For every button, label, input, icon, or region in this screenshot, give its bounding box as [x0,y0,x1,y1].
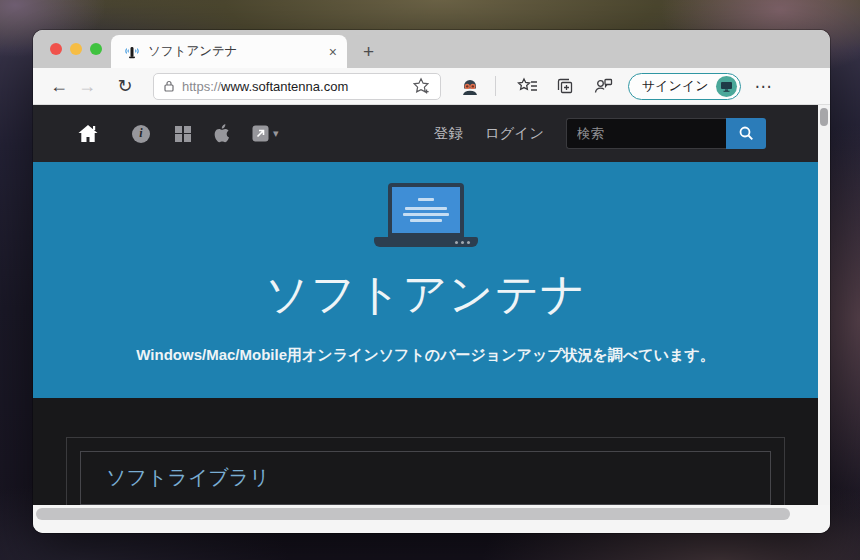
login-link[interactable]: ログイン [485,124,544,143]
site-subtitle: Windows/Mac/Mobile用オンラインソフトのバージョンアップ状況を調… [136,346,714,365]
home-icon[interactable] [77,124,99,143]
close-window-button[interactable] [50,43,62,55]
extension-avatar-icon[interactable] [457,73,483,99]
horizontal-scrollbar[interactable] [33,505,830,533]
profile-monitor-icon [716,76,737,97]
site-search [566,118,766,149]
favorites-list-icon[interactable] [514,73,540,99]
vertical-scrollbar[interactable] [818,105,830,505]
search-icon [738,125,755,142]
search-button[interactable] [726,118,766,149]
sign-in-button[interactable]: サインイン [628,73,741,100]
site-favicon-antenna-icon [124,44,140,60]
sign-in-label: サインイン [642,77,709,95]
hero-banner: ソフトアンテナ Windows/Mac/Mobile用オンラインソフトのバージョ… [33,162,818,398]
external-link-icon[interactable] [252,125,269,142]
windows-icon[interactable] [175,126,191,142]
vertical-scrollbar-thumb[interactable] [820,108,828,126]
info-icon[interactable]: i [132,125,150,143]
lock-icon [163,79,175,93]
browser-toolbar: ← → ↻ https://www.softantenna.com [33,68,830,105]
page-viewport: i [33,105,830,505]
zoom-window-button[interactable] [90,43,102,55]
tab-bar: ソフトアンテナ × + [33,30,830,68]
chevron-down-icon[interactable]: ▾ [273,127,279,140]
refresh-icon[interactable]: ↻ [111,72,139,100]
browser-tab[interactable]: ソフトアンテナ × [111,35,347,68]
feedback-icon[interactable] [590,73,616,99]
url-text: https://www.softantenna.com [182,79,401,94]
address-bar[interactable]: https://www.softantenna.com [153,73,441,100]
horizontal-scrollbar-thumb[interactable] [36,508,790,520]
traffic-lights [50,43,102,55]
new-tab-button[interactable]: + [363,42,374,61]
site-nav-right: 登録 ログイン [434,118,766,149]
more-menu-icon[interactable]: ⋯ [755,76,773,97]
browser-window: ソフトアンテナ × + ← → ↻ https://www.softantenn… [33,30,830,533]
apple-icon[interactable] [213,124,230,143]
minimize-window-button[interactable] [70,43,82,55]
laptop-illustration [374,183,478,247]
forward-icon[interactable]: → [73,72,101,100]
url-scheme: https:// [182,79,221,94]
back-icon[interactable]: ← [45,72,73,100]
url-host: www.softantenna.com [221,79,348,94]
tab-close-icon[interactable]: × [329,45,337,59]
tab-title: ソフトアンテナ [148,43,321,60]
section-title: ソフトライブラリ [106,466,270,488]
add-favorite-star-icon[interactable] [408,73,434,99]
web-page: i [33,105,818,505]
collections-icon[interactable] [552,73,578,99]
site-title: ソフトアンテナ [264,265,586,324]
software-library-panel: ソフトライブラリ [66,437,785,505]
toolbar-divider [495,76,496,96]
main-content: ソフトライブラリ [33,398,818,505]
search-input[interactable] [566,118,726,149]
register-link[interactable]: 登録 [434,124,463,143]
panel-header: ソフトライブラリ [80,451,771,505]
site-nav-bar: i [33,105,818,162]
